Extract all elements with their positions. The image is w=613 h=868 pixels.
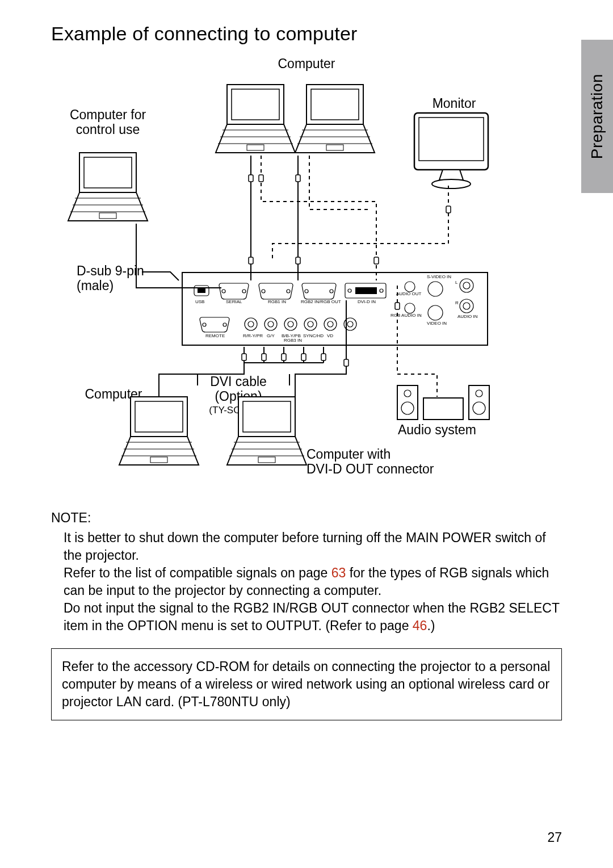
note-line-1: It is better to shut down the computer b…: [64, 529, 562, 564]
note-block: NOTE: It is better to shut down the comp…: [51, 510, 562, 635]
connection-diagram: Computer Computer forcontrol use Monitor…: [51, 56, 562, 493]
note-line-2: Refer to the list of compatible signals …: [64, 564, 562, 599]
page-number: 27: [547, 830, 562, 845]
note-heading: NOTE:: [51, 510, 562, 526]
svg-rect-41: [419, 118, 484, 161]
svg-rect-46: [423, 398, 463, 420]
page-ref-63[interactable]: 63: [331, 565, 346, 580]
page-ref-46[interactable]: 46: [413, 618, 427, 633]
diagram-svg: [51, 56, 562, 493]
info-box: Refer to the accessory CD-ROM for detail…: [51, 648, 562, 720]
page-title: Example of connecting to computer: [51, 23, 562, 45]
svg-point-42: [432, 179, 471, 188]
note-line-3: Do not input the signal to the RGB2 IN/R…: [64, 599, 562, 635]
